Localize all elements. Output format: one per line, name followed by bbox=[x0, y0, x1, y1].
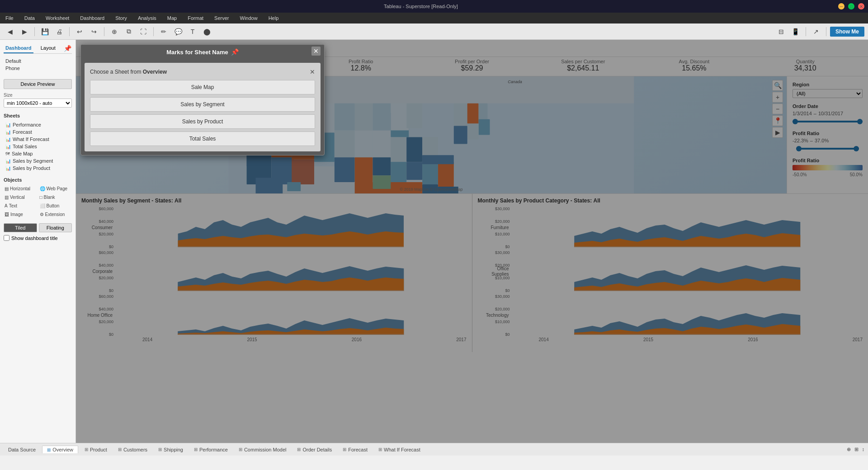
menu-window[interactable]: Window bbox=[238, 14, 259, 22]
tab-product[interactable]: ⊞ Product bbox=[80, 446, 112, 453]
sheet-sales-by-segment[interactable]: 📊 Sales by Segment bbox=[4, 157, 72, 164]
sheet-option-sales-by-segment[interactable]: Sales by Segment bbox=[90, 97, 315, 112]
obj-button[interactable]: ⬜ Button bbox=[39, 202, 72, 209]
show-title-checkbox[interactable] bbox=[4, 235, 9, 241]
print-button[interactable]: 🖨 bbox=[53, 25, 66, 38]
left-panel: Dashboard Layout 📌 Default Phone Device … bbox=[0, 40, 76, 443]
tab-customers[interactable]: ⊞ Customers bbox=[113, 446, 152, 453]
default-item[interactable]: Default bbox=[4, 57, 72, 65]
tab-dashboard[interactable]: Dashboard bbox=[4, 43, 33, 53]
back-button[interactable]: ◀ bbox=[4, 25, 16, 38]
sheet-total-sales[interactable]: 📊 Total Sales bbox=[4, 143, 72, 150]
menu-data[interactable]: Data bbox=[23, 14, 37, 22]
content-area: Executive Overview - Profitability ((All… bbox=[76, 40, 868, 443]
sheet-icon: 📊 bbox=[5, 137, 11, 142]
grid-icon[interactable]: ⊞ bbox=[854, 446, 859, 452]
tiled-button[interactable]: Tiled bbox=[4, 223, 37, 232]
sheet-what-if-forecast[interactable]: 📊 What If Forecast bbox=[4, 136, 72, 143]
tab-customers-label: Customers bbox=[123, 447, 147, 452]
mark-button[interactable]: ✏ bbox=[157, 25, 170, 38]
sheet-performance[interactable]: 📊 Performance bbox=[4, 121, 72, 128]
add-view-button[interactable]: ⊕ bbox=[108, 25, 121, 38]
sheets-section: Sheets 📊 Performance 📊 Forecast 📊 What I… bbox=[4, 113, 72, 172]
obj-image[interactable]: 🖼 Image bbox=[4, 211, 37, 218]
sheet-sale-map[interactable]: 🗺 Sale Map bbox=[4, 150, 72, 157]
sheet-sales-by-product[interactable]: 📊 Sales by Product bbox=[4, 164, 72, 172]
tab-performance[interactable]: ⊞ Performance bbox=[189, 446, 232, 453]
sheet-icon-order-details: ⊞ bbox=[297, 447, 301, 452]
tab-forecast[interactable]: ⊞ Forecast bbox=[338, 446, 372, 453]
obj-text[interactable]: A Text bbox=[4, 202, 37, 209]
show-title-label: Show dashboard title bbox=[11, 235, 58, 241]
maximize-button[interactable]: □ bbox=[848, 3, 854, 9]
phone-preview-button[interactable]: 📱 bbox=[789, 25, 802, 38]
phone-item[interactable]: Phone bbox=[4, 65, 72, 72]
fit-button[interactable]: ⊟ bbox=[775, 25, 788, 38]
menu-worksheet[interactable]: Worksheet bbox=[44, 14, 71, 22]
map-icon: 🗺 bbox=[5, 151, 10, 156]
show-me-button[interactable]: Show Me bbox=[830, 27, 864, 37]
menu-help[interactable]: Help bbox=[267, 14, 281, 22]
share-button[interactable]: ↗ bbox=[810, 25, 822, 38]
menu-server[interactable]: Server bbox=[212, 14, 231, 22]
forward-button[interactable]: ▶ bbox=[18, 25, 31, 38]
annotation-button[interactable]: ⬤ bbox=[201, 25, 213, 38]
tab-what-if-forecast[interactable]: ⊞ What If Forecast bbox=[374, 446, 425, 453]
obj-web-page[interactable]: 🌐 Web Page bbox=[39, 185, 72, 192]
tab-overview[interactable]: ⊞ Overview bbox=[42, 446, 78, 453]
tab-order-details[interactable]: ⊞ Order Details bbox=[292, 446, 336, 453]
toolbar-separator-3 bbox=[104, 27, 104, 36]
menu-dashboard[interactable]: Dashboard bbox=[78, 14, 106, 22]
modal-title-prefix: Marks for Sheet Name bbox=[166, 49, 228, 56]
tab-data-source[interactable]: Data Source bbox=[4, 446, 40, 453]
modal-inner-title: Choose a Sheet from Overview ✕ bbox=[90, 68, 315, 75]
window-controls: ─ □ ✕ bbox=[838, 3, 864, 9]
redo-button[interactable]: ↪ bbox=[88, 25, 100, 38]
present-button[interactable]: ⛶ bbox=[137, 25, 150, 38]
obj-horizontal[interactable]: ▤ Horizontal bbox=[4, 185, 37, 192]
tooltip-button[interactable]: 💬 bbox=[172, 25, 184, 38]
close-button[interactable]: ✕ bbox=[858, 3, 864, 9]
sheet-icon-forecast: ⊞ bbox=[343, 447, 346, 452]
sort-icon[interactable]: ↕ bbox=[862, 446, 865, 452]
tab-overview-label: Overview bbox=[52, 447, 73, 452]
obj-vertical[interactable]: ▥ Vertical bbox=[4, 194, 37, 201]
sheet-sales-by-product-label: Sales by Product bbox=[13, 165, 50, 171]
size-select[interactable]: min 1000x620 - auto bbox=[4, 99, 72, 108]
obj-blank[interactable]: □ Blank bbox=[39, 194, 72, 201]
tab-shipping[interactable]: ⊞ Shipping bbox=[154, 446, 188, 453]
status-bar: Data Source ⊞ Overview ⊞ Product ⊞ Custo… bbox=[0, 443, 868, 456]
menu-analysis[interactable]: Analysis bbox=[136, 14, 158, 22]
minimize-button[interactable]: ─ bbox=[838, 3, 844, 9]
modal-inner-close[interactable]: ✕ bbox=[310, 68, 315, 75]
theme-section: Default Phone bbox=[4, 57, 72, 72]
panel-pin-icon[interactable]: 📌 bbox=[63, 43, 72, 53]
obj-extension[interactable]: ⚙ Extension bbox=[39, 211, 72, 218]
floating-button[interactable]: Floating bbox=[39, 223, 72, 232]
sheet-option-total-sales[interactable]: Total Sales bbox=[90, 132, 315, 146]
size-label: Size bbox=[4, 93, 72, 98]
tab-layout[interactable]: Layout bbox=[33, 43, 63, 53]
undo-button[interactable]: ↩ bbox=[73, 25, 86, 38]
label-button[interactable]: T bbox=[186, 25, 199, 38]
tab-what-if-forecast-label: What If Forecast bbox=[384, 447, 420, 452]
modal-close-button[interactable]: ✕ bbox=[311, 47, 321, 56]
menu-story[interactable]: Story bbox=[113, 14, 129, 22]
duplicate-button[interactable]: ⧉ bbox=[123, 25, 135, 38]
sheet-option-sales-by-product[interactable]: Sales by Product bbox=[90, 114, 315, 129]
modal-overlay[interactable]: Marks for Sheet Name 📌 ✕ Choose a Sheet … bbox=[76, 40, 868, 443]
menu-file[interactable]: File bbox=[4, 14, 15, 22]
menu-format[interactable]: Format bbox=[186, 14, 205, 22]
device-preview-button[interactable]: Device Preview bbox=[4, 79, 72, 89]
sheets-title: Sheets bbox=[4, 113, 72, 118]
layout-buttons: Tiled Floating bbox=[4, 223, 72, 232]
add-sheet-icon[interactable]: ⊕ bbox=[847, 446, 851, 452]
sheet-icon-product: ⊞ bbox=[85, 447, 88, 452]
sheet-option-sale-map[interactable]: Sale Map bbox=[90, 80, 315, 94]
objects-grid: ▤ Horizontal 🌐 Web Page ▥ Vertical □ Bla… bbox=[4, 185, 72, 218]
menu-map[interactable]: Map bbox=[165, 14, 179, 22]
tab-commission-model[interactable]: ⊞ Commission Model bbox=[234, 446, 291, 453]
save-button[interactable]: 💾 bbox=[38, 25, 51, 38]
sheet-forecast[interactable]: 📊 Forecast bbox=[4, 128, 72, 136]
sheet-icon-overview: ⊞ bbox=[47, 447, 51, 452]
